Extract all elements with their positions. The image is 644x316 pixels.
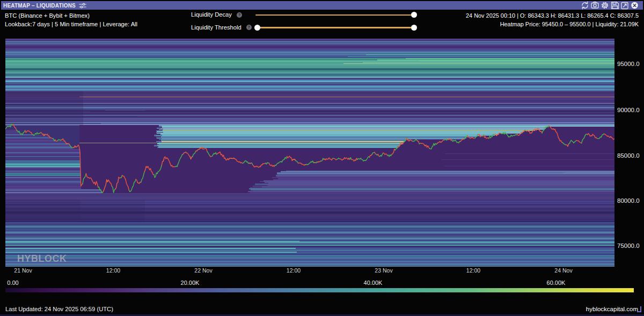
svg-text:HYBLOCK: HYBLOCK (17, 253, 67, 264)
